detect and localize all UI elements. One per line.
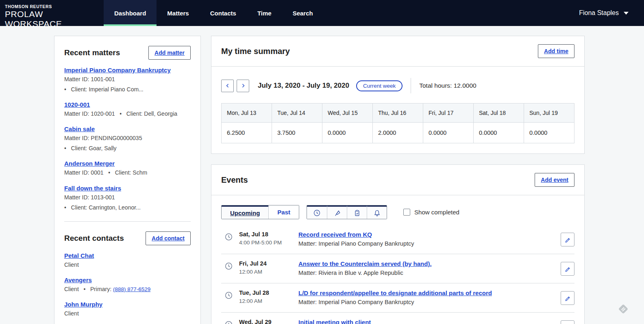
flag-icon [333, 209, 341, 217]
event-time: 12:00 AM [239, 269, 298, 275]
recent-contacts-header: Recent contacts Add contact [64, 231, 191, 245]
contact-phone-link[interactable]: (888) 877-6529 [113, 286, 150, 292]
recent-contacts-title: Recent contacts [64, 234, 124, 243]
event-title-link[interactable]: Initial meeting with client [298, 319, 371, 324]
filter-events-button[interactable] [307, 205, 327, 219]
event-matter: Matter: Imperial Piano Company Bankruptc… [298, 240, 554, 247]
time-summary-card: My time summary Add time July 13, 2020 -… [211, 36, 585, 154]
day-hours: 0.0000 [474, 123, 524, 143]
day-hours: 0.0000 [322, 123, 373, 143]
matter-link[interactable]: Cabin sale [64, 125, 95, 132]
edit-event-button[interactable] [561, 291, 574, 305]
matter-link[interactable]: Anderson Merger [64, 160, 115, 167]
week-navigation-row: July 13, 2020 - July 19, 2020 Current we… [221, 78, 574, 93]
edit-event-button[interactable] [561, 233, 574, 246]
contact-meta: Client • Primary: (888) 877-6529 [64, 285, 191, 294]
contact-link[interactable]: John Murphy [64, 301, 102, 308]
edit-event-button[interactable] [561, 262, 574, 276]
matter-link[interactable]: 1020-001 [64, 101, 90, 108]
recent-matters-title: Recent matters [64, 48, 120, 57]
tab-contacts[interactable]: Contacts [200, 0, 247, 26]
matter-list-item: Cabin sale Matter ID: PENDING00000035 • … [64, 125, 191, 153]
matter-meta: • Client: Imperial Piano Com... [64, 85, 191, 94]
brand-logo: THOMSON REUTERS PROLAW WORKSPACE [0, 0, 104, 26]
pencil-icon [564, 266, 571, 272]
day-hours: 3.7500 [272, 123, 322, 143]
event-title-link[interactable]: Record received from KQ [298, 231, 372, 238]
event-matter: Matter: Imperial Piano Company Bankruptc… [298, 299, 554, 305]
contact-link[interactable]: Petal Chat [64, 252, 94, 259]
filter-tasks-button[interactable] [347, 205, 367, 219]
day-header: Wed, Jul 15 [322, 104, 373, 123]
clock-icon [224, 320, 233, 324]
matter-meta: Matter ID: 1020-001 • Client: Dell, Geor… [64, 109, 191, 119]
chevron-left-icon [225, 83, 231, 89]
event-title-link[interactable]: L/D for respondent/appellee to designate… [298, 289, 492, 296]
filter-flags-button[interactable] [327, 205, 347, 219]
day-header: Fri, Jul 17 [423, 104, 474, 123]
user-name: Fiona Staples [579, 9, 619, 17]
total-hours: Total hours: 12.0000 [419, 82, 476, 89]
previous-week-button[interactable] [221, 80, 234, 92]
sidebar-card: Recent matters Add matter Imperial Piano… [54, 36, 201, 324]
time-summary-header: My time summary Add time [211, 36, 584, 66]
divider [411, 78, 411, 93]
contact-list-item: Avengers Client • Primary: (888) 877-652… [64, 276, 191, 294]
event-date: Wed, Jul 29 [239, 319, 298, 324]
contact-meta-text: Client • Primary: [64, 286, 113, 292]
matter-link[interactable]: Imperial Piano Company Bankruptcy [64, 67, 171, 73]
event-row: Tue, Jul 28 12:00 AM L/D for respondent/… [221, 283, 574, 312]
event-title-link[interactable]: Answer to the Counterclaim served (by ha… [298, 260, 432, 267]
user-menu[interactable]: Fiona Staples [574, 0, 644, 26]
events-title: Events [221, 175, 248, 185]
day-header: Sat, Jul 18 [474, 104, 524, 123]
tab-dashboard[interactable]: Dashboard [104, 0, 157, 26]
events-list: Sat, Jul 18 4:00 PM-5:00 PM Record recei… [221, 225, 574, 324]
event-date: Fri, Jul 24 [239, 260, 298, 267]
matter-meta: Matter ID: 1001-001 [64, 75, 191, 84]
edit-event-button[interactable] [561, 320, 574, 324]
show-completed-checkbox[interactable] [403, 209, 410, 216]
filter-reminders-button[interactable] [367, 205, 387, 219]
tab-time[interactable]: Time [247, 0, 282, 26]
pencil-icon [564, 295, 571, 302]
clock-icon [224, 291, 233, 300]
day-header: Mon, Jul 13 [222, 104, 272, 123]
contact-link[interactable]: Avengers [64, 276, 92, 283]
tab-upcoming[interactable]: Upcoming [222, 205, 268, 219]
bell-icon [373, 209, 381, 217]
show-completed-control: Show completed [403, 209, 459, 216]
day-hours: 0.0000 [423, 123, 474, 143]
tab-search[interactable]: Search [282, 0, 324, 26]
tab-matters[interactable]: Matters [157, 0, 199, 26]
matter-meta: • Client: Goar, Sally [64, 144, 191, 153]
matter-meta: Matter ID: 1013-001 [64, 193, 191, 202]
event-row: Fri, Jul 24 12:00 AM Answer to the Count… [221, 254, 574, 283]
add-contact-button[interactable]: Add contact [146, 231, 191, 245]
upcoming-past-toggle: Upcoming Past [221, 205, 299, 219]
week-date-range: July 13, 2020 - July 19, 2020 [258, 82, 349, 90]
contact-list-item: Petal Chat Client [64, 252, 191, 270]
day-header: Sun, Jul 19 [524, 104, 574, 123]
matter-list-item: Imperial Piano Company Bankruptcy Matter… [64, 67, 191, 94]
recent-matters-header: Recent matters Add matter [64, 46, 191, 60]
event-type-filter-group [307, 205, 387, 219]
tab-past[interactable]: Past [268, 205, 299, 219]
day-header: Thu, Jul 16 [373, 104, 423, 123]
event-date: Sat, Jul 18 [239, 231, 298, 238]
prolaw-dashboard-screen: THOMSON REUTERS PROLAW WORKSPACE Dashboa… [0, 0, 644, 324]
matter-meta: Matter ID: 0001 • Client: Schm [64, 168, 191, 177]
add-event-button[interactable]: Add event [535, 173, 574, 187]
pencil-icon [564, 236, 571, 243]
next-week-button[interactable] [237, 80, 249, 92]
matter-meta: Matter ID: PENDING00000035 [64, 134, 191, 143]
event-date: Tue, Jul 28 [239, 289, 298, 296]
add-time-button[interactable]: Add time [538, 44, 574, 58]
matter-list-item: 1020-001 Matter ID: 1020-001 • Client: D… [64, 101, 191, 119]
event-time: 12:00 AM [239, 298, 298, 304]
brand-thomson-reuters: THOMSON REUTERS [5, 4, 97, 9]
add-matter-button[interactable]: Add matter [148, 46, 191, 60]
matter-link[interactable]: Fall down the stairs [64, 185, 121, 192]
day-hours: 0.0000 [524, 123, 574, 143]
main-nav-tabs: Dashboard Matters Contacts Time Search [104, 0, 324, 26]
